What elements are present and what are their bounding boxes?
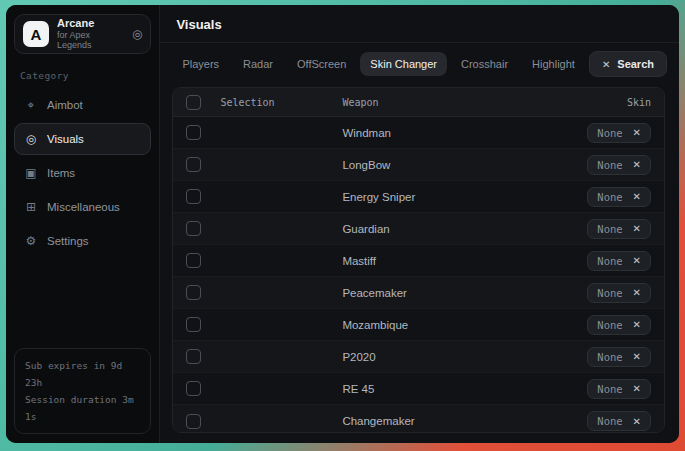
skin-select[interactable]: None ✕ xyxy=(587,123,651,143)
target-icon[interactable]: ◎ xyxy=(132,27,142,41)
tab-bar: Players Radar OffScreen Skin Changer Cro… xyxy=(160,43,679,83)
tab-radar[interactable]: Radar xyxy=(233,52,283,76)
items-icon: ▣ xyxy=(24,166,38,180)
skin-value: None xyxy=(597,415,622,427)
sidebar-nav: ⌖ Aimbot ◎ Visuals ▣ Items ⊞ Miscellaneo… xyxy=(14,89,151,259)
main-panel: Visuals Players Radar OffScreen Skin Cha… xyxy=(160,5,679,443)
visuals-icon: ◎ xyxy=(24,132,38,146)
row-checkbox[interactable] xyxy=(186,414,201,429)
weapon-name: RE 45 xyxy=(342,383,565,395)
session-duration-text: Session duration 3m 1s xyxy=(25,391,140,425)
row-checkbox[interactable] xyxy=(186,285,201,300)
clear-skin-icon[interactable]: ✕ xyxy=(633,255,641,266)
weapon-name: Changemaker xyxy=(342,415,565,427)
weapon-name: Energy Sniper xyxy=(342,191,565,203)
app-subtitle: for Apex Legends xyxy=(57,30,124,51)
skin-select[interactable]: None ✕ xyxy=(587,187,651,207)
skin-select[interactable]: None ✕ xyxy=(587,219,651,239)
table-row: Guardian None ✕ xyxy=(173,213,664,245)
tab-players[interactable]: Players xyxy=(172,52,229,76)
app-header-card: A Arcane for Apex Legends ◎ xyxy=(14,14,151,54)
row-checkbox[interactable] xyxy=(186,157,201,172)
table-row: RE 45 None ✕ xyxy=(173,373,664,405)
close-icon: ✕ xyxy=(602,59,610,70)
skin-value: None xyxy=(597,159,622,171)
sidebar-item-label: Aimbot xyxy=(47,99,83,111)
clear-skin-icon[interactable]: ✕ xyxy=(633,416,641,427)
clear-skin-icon[interactable]: ✕ xyxy=(633,319,641,330)
row-checkbox[interactable] xyxy=(186,125,201,140)
sidebar-item-items[interactable]: ▣ Items xyxy=(14,157,151,189)
skin-value: None xyxy=(597,191,622,203)
skin-value: None xyxy=(597,287,622,299)
sidebar-item-aimbot[interactable]: ⌖ Aimbot xyxy=(14,89,151,121)
app-logo: A xyxy=(23,21,49,47)
skin-select[interactable]: None ✕ xyxy=(587,251,651,271)
clear-skin-icon[interactable]: ✕ xyxy=(633,191,641,202)
app-window: A Arcane for Apex Legends ◎ Category ⌖ A… xyxy=(6,5,679,443)
clear-skin-icon[interactable]: ✕ xyxy=(633,287,641,298)
sidebar: A Arcane for Apex Legends ◎ Category ⌖ A… xyxy=(6,5,160,443)
skin-value: None xyxy=(597,351,622,363)
row-checkbox[interactable] xyxy=(186,189,201,204)
settings-icon: ⚙ xyxy=(24,234,38,248)
weapon-name: P2020 xyxy=(342,351,565,363)
table-row: Mastiff None ✕ xyxy=(173,245,664,277)
skin-value: None xyxy=(597,223,622,235)
clear-skin-icon[interactable]: ✕ xyxy=(633,127,641,138)
aimbot-icon: ⌖ xyxy=(24,98,38,112)
column-header-selection: Selection xyxy=(220,97,342,108)
desktop-background: A Arcane for Apex Legends ◎ Category ⌖ A… xyxy=(0,0,685,451)
row-checkbox[interactable] xyxy=(186,349,201,364)
table-header-row: Selection Weapon Skin xyxy=(173,88,664,117)
weapon-name: Guardian xyxy=(342,223,565,235)
tab-skin-changer[interactable]: Skin Changer xyxy=(360,52,447,76)
weapon-name: Mozambique xyxy=(342,319,565,331)
row-checkbox[interactable] xyxy=(186,221,201,236)
table-row: Mozambique None ✕ xyxy=(173,309,664,341)
table-row: LongBow None ✕ xyxy=(173,149,664,181)
sidebar-item-label: Items xyxy=(47,167,75,179)
sidebar-item-label: Settings xyxy=(47,235,89,247)
table-row: Peacemaker None ✕ xyxy=(173,277,664,309)
skin-select[interactable]: None ✕ xyxy=(587,155,651,175)
row-checkbox[interactable] xyxy=(186,317,201,332)
weapon-table: Selection Weapon Skin Windman None ✕ Lon… xyxy=(172,87,665,433)
skin-value: None xyxy=(597,319,622,331)
select-all-checkbox[interactable] xyxy=(186,95,201,110)
app-header-text: Arcane for Apex Legends xyxy=(57,17,124,50)
miscellaneous-icon: ⊞ xyxy=(24,200,38,214)
table-row: P2020 None ✕ xyxy=(173,341,664,373)
tab-crosshair[interactable]: Crosshair xyxy=(451,52,518,76)
weapon-name: Peacemaker xyxy=(342,287,565,299)
tab-offscreen[interactable]: OffScreen xyxy=(287,52,356,76)
sidebar-item-settings[interactable]: ⚙ Settings xyxy=(14,225,151,257)
clear-skin-icon[interactable]: ✕ xyxy=(633,383,641,394)
clear-skin-icon[interactable]: ✕ xyxy=(633,351,641,362)
session-info-card: Sub expires in 9d 23h Session duration 3… xyxy=(14,348,151,434)
skin-select[interactable]: None ✕ xyxy=(587,379,651,399)
table-row: Changemaker None ✕ xyxy=(173,405,664,433)
sidebar-item-miscellaneous[interactable]: ⊞ Miscellaneous xyxy=(14,191,151,223)
skin-select[interactable]: None ✕ xyxy=(587,315,651,335)
tab-highlight[interactable]: Highlight xyxy=(522,52,585,76)
weapon-name: LongBow xyxy=(342,159,565,171)
skin-select[interactable]: None ✕ xyxy=(587,347,651,367)
weapon-name: Windman xyxy=(342,127,565,139)
sidebar-item-label: Visuals xyxy=(47,133,84,145)
page-title: Visuals xyxy=(176,17,663,32)
table-row: Energy Sniper None ✕ xyxy=(173,181,664,213)
skin-value: None xyxy=(597,255,622,267)
skin-select[interactable]: None ✕ xyxy=(587,411,651,431)
search-button[interactable]: ✕ Search xyxy=(589,51,667,77)
row-checkbox[interactable] xyxy=(186,253,201,268)
tabs-group: Players Radar OffScreen Skin Changer Cro… xyxy=(172,52,585,76)
column-header-skin: Skin xyxy=(627,97,651,108)
skin-value: None xyxy=(597,383,622,395)
row-checkbox[interactable] xyxy=(186,381,201,396)
clear-skin-icon[interactable]: ✕ xyxy=(633,159,641,170)
skin-select[interactable]: None ✕ xyxy=(587,283,651,303)
main-header: Visuals xyxy=(160,5,679,43)
sidebar-item-visuals[interactable]: ◎ Visuals xyxy=(14,123,151,155)
clear-skin-icon[interactable]: ✕ xyxy=(633,223,641,234)
